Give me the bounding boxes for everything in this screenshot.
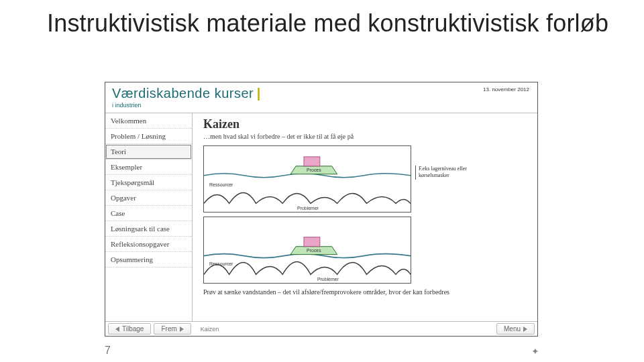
sidebar-item-teori[interactable]: Teori (105, 144, 192, 160)
logo: Værdiskabende kurser | i industrien (112, 86, 261, 109)
nav-forward-button[interactable]: Frem (154, 323, 191, 335)
diagram-box-lower: Proces Ressourcer Problemer (203, 217, 411, 284)
diagram-box-upper: Proces Ressourcer Problemer (203, 145, 411, 213)
diagram-ship-label-lower: Proces (307, 248, 321, 253)
sidebar: Velkommen Problem / Løsning Teori Eksemp… (105, 113, 193, 321)
footer-middle-label: Kaizen (194, 326, 494, 333)
logo-bar: | (257, 86, 261, 101)
ship-diagram-icon: Proces Ressourcer Problemer (204, 146, 411, 213)
ship-diagram-lowered-icon: Proces Ressourcer Problemer (204, 217, 411, 284)
nav-back-button[interactable]: Tilbage (108, 323, 151, 335)
chevron-left-icon (115, 326, 119, 332)
diagram-ship-label-upper: Proces (307, 168, 321, 172)
svg-rect-1 (304, 157, 320, 166)
sidebar-item-tjeksporgsmal[interactable]: Tjekspørgsmål (105, 175, 192, 190)
embedded-nav-footer: Tilbage Frem Kaizen Menu (105, 321, 537, 336)
sidebar-item-problem-losning[interactable]: Problem / Løsning (105, 129, 192, 144)
svg-rect-3 (304, 237, 320, 247)
sidebar-item-opgaver[interactable]: Opgaver (105, 190, 192, 206)
sidebar-item-case[interactable]: Case (105, 206, 192, 221)
embedded-header: Værdiskabende kurser | i industrien 13. … (105, 82, 537, 113)
diagram-upper-wave-label-1: Ressourcer (209, 182, 233, 187)
sidebar-item-opsummering[interactable]: Opsummering (105, 252, 192, 267)
nav-menu-label: Menu (504, 325, 521, 333)
logo-main-text: Værdiskabende kurser (112, 86, 254, 101)
embedded-screenshot: Værdiskabende kurser | i industrien 13. … (105, 82, 538, 337)
header-date: 13. november 2012 (483, 86, 529, 93)
content-bottom-text: Prøv at sænke vandstanden – det vil afsl… (203, 288, 529, 297)
diagram-side-note: F.eks lagerniveau eller kørselsmasker (415, 166, 476, 180)
diagram-lower-wave-label-2: Problemer (317, 277, 339, 282)
chevron-right-icon (180, 326, 184, 332)
nav-forward-label: Frem (161, 325, 176, 333)
nav-menu-button[interactable]: Menu (496, 323, 535, 335)
sidebar-item-losningsark[interactable]: Løsningsark til case (105, 221, 192, 237)
logo-subtext: i industrien (112, 102, 261, 109)
content-title: Kaizen (203, 117, 529, 131)
slide-page-number: 7 (105, 345, 111, 357)
slide-star-icon: ✦ (531, 346, 539, 357)
content-area: Kaizen …men hvad skal vi forbedre – det … (193, 113, 537, 321)
sidebar-item-eksempler[interactable]: Eksempler (105, 160, 192, 175)
slide-title: Instruktivistisk materiale med konstrukt… (47, 9, 608, 37)
diagram-lower-wave-label-1: Problemer (297, 206, 319, 210)
sidebar-item-refleksionsopgaver[interactable]: Refleksionsopgaver (105, 237, 192, 252)
content-lead: …men hvad skal vi forbedre – det er ikke… (203, 133, 529, 140)
chevron-right-icon (523, 326, 527, 332)
nav-back-label: Tilbage (122, 325, 144, 333)
sidebar-item-velkommen[interactable]: Velkommen (105, 113, 192, 129)
embedded-body: Velkommen Problem / Løsning Teori Eksemp… (105, 113, 537, 321)
